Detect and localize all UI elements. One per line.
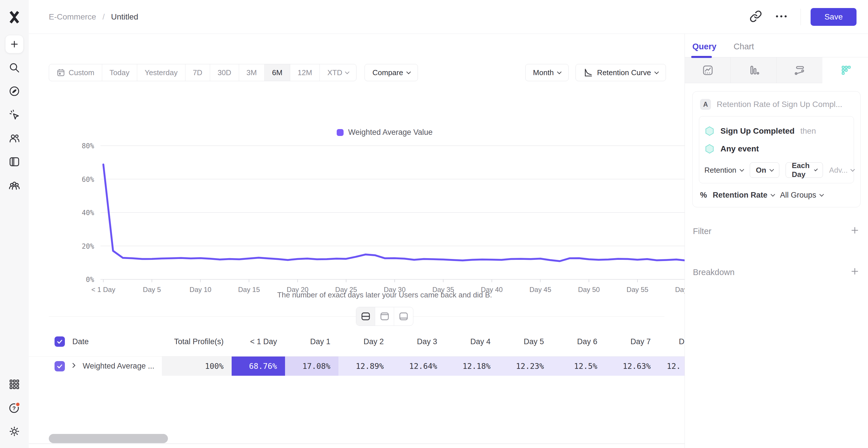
row-checkbox[interactable] <box>55 361 65 371</box>
range-30d[interactable]: 30D <box>210 64 239 81</box>
column-header[interactable]: Day 6 <box>552 337 606 346</box>
chart-caption: The number of exact days later your User… <box>74 290 685 300</box>
range-yesterday[interactable]: Yesterday <box>137 64 185 81</box>
chart-legend[interactable]: Weighted Average Value <box>74 128 685 137</box>
date-column-header[interactable]: Date <box>72 337 89 346</box>
retention-cell[interactable]: 17.08% <box>285 356 338 376</box>
add-filter-button[interactable] <box>850 226 859 237</box>
advanced-dropdown[interactable]: Adv... <box>829 166 855 175</box>
cohorts-icon[interactable] <box>5 176 24 195</box>
metric-dropdown[interactable]: Retention Rate <box>713 191 774 200</box>
granularity-dropdown[interactable]: Month <box>525 64 569 81</box>
select-all-checkbox[interactable] <box>55 337 65 347</box>
report-type-retention[interactable] <box>823 57 868 83</box>
discover-compass-icon[interactable] <box>5 82 24 100</box>
flows-icon <box>793 64 806 77</box>
expand-row-icon[interactable] <box>71 362 77 371</box>
copy-link-icon[interactable] <box>749 10 762 24</box>
column-header[interactable]: Day 5 <box>499 337 552 346</box>
svg-text:40%: 40% <box>82 209 94 217</box>
report-type-flows[interactable] <box>777 57 823 83</box>
range-3m[interactable]: 3M <box>239 64 265 81</box>
filter-label: Filter <box>693 227 711 236</box>
create-new-button[interactable] <box>5 35 24 53</box>
retention-controls-row: Retention On Each Day Adv... <box>704 162 848 178</box>
help-icon[interactable]: ? <box>5 399 24 417</box>
column-header[interactable]: Day 2 <box>338 337 392 346</box>
tab-chart[interactable]: Chart <box>734 42 754 57</box>
layout-chart-only-button[interactable] <box>375 307 394 325</box>
retention-cell[interactable]: 12.64% <box>392 356 445 376</box>
step-a-badge: A <box>700 99 711 110</box>
apps-grid-icon[interactable] <box>5 375 24 393</box>
interval-dropdown[interactable]: Each Day <box>786 162 823 178</box>
returning-event-row[interactable]: Any event <box>704 140 848 158</box>
retention-line-chart[interactable]: 0%20%40%60%80%< 1 DayDay 5Day 10Day 15Da… <box>74 137 685 303</box>
criteria-dropdown[interactable]: Retention <box>704 166 743 175</box>
range-today[interactable]: Today <box>102 64 137 81</box>
save-button[interactable]: Save <box>811 8 857 26</box>
report-type-funnels[interactable] <box>731 57 777 83</box>
more-options-icon[interactable] <box>775 14 788 20</box>
retention-cell[interactable]: 100% <box>162 356 231 376</box>
column-header[interactable]: Day 3 <box>392 337 445 346</box>
range-xtd[interactable]: XTD <box>320 64 356 81</box>
table-header-row: Date Total Profile(s)< 1 DayDay 1Day 2Da… <box>29 332 685 351</box>
column-header[interactable]: Day 7 <box>606 337 659 346</box>
breakdown-section: Breakdown <box>693 267 859 278</box>
query-title[interactable]: Retention Rate of Sign Up Compl... <box>717 100 842 109</box>
mixpanel-logo-icon[interactable] <box>5 8 24 26</box>
query-builder-card: A Retention Rate of Sign Up Compl... Sig… <box>692 91 861 207</box>
left-nav-rail: ? <box>0 0 29 448</box>
on-dropdown[interactable]: On <box>750 162 779 178</box>
settings-gear-icon[interactable] <box>5 422 24 441</box>
then-label: then <box>800 127 816 136</box>
column-header[interactable]: D <box>659 337 685 346</box>
column-header[interactable]: < 1 Day <box>231 337 285 346</box>
report-type-tabs <box>685 57 868 83</box>
event-steps-card: Sign Up Completed then Any event Retenti… <box>699 116 854 183</box>
layout-split-button[interactable] <box>356 307 375 325</box>
range-12m[interactable]: 12M <box>290 64 320 81</box>
query-panel: Query Chart <box>685 34 868 448</box>
retention-cell[interactable]: 12.23% <box>499 356 552 376</box>
events-cursor-icon[interactable] <box>5 106 24 124</box>
first-event-row[interactable]: Sign Up Completed then <box>704 122 848 140</box>
retention-cell[interactable]: 12.5% <box>552 356 606 376</box>
breadcrumb-report-title[interactable]: Untitled <box>111 12 138 22</box>
column-header[interactable]: Total Profile(s) <box>162 337 231 346</box>
search-icon[interactable] <box>5 59 24 77</box>
range-7d[interactable]: 7D <box>185 64 210 81</box>
range-custom[interactable]: Custom <box>49 64 102 81</box>
retention-cell[interactable]: 68.76% <box>231 356 285 376</box>
retention-cell[interactable]: 12. <box>659 356 685 376</box>
retention-cell[interactable]: 12.89% <box>338 356 392 376</box>
calendar-icon <box>57 68 65 77</box>
add-breakdown-button[interactable] <box>850 267 859 278</box>
svg-text:20%: 20% <box>82 242 94 250</box>
groups-dropdown[interactable]: All Groups <box>780 191 823 200</box>
retention-cell[interactable]: 12.63% <box>606 356 659 376</box>
svg-text:80%: 80% <box>82 142 94 150</box>
retention-curve-icon <box>583 68 593 77</box>
column-header[interactable]: Day 4 <box>445 337 499 346</box>
breadcrumb-project[interactable]: E-Commerce <box>49 12 96 22</box>
funnels-icon <box>747 64 761 77</box>
users-icon[interactable] <box>5 129 24 147</box>
first-event-name: Sign Up Completed <box>720 127 795 136</box>
retention-cell[interactable]: 12.18% <box>445 356 499 376</box>
column-header[interactable]: Day 1 <box>285 337 338 346</box>
horizontal-scrollbar[interactable] <box>49 434 168 443</box>
layout-table-only-button[interactable] <box>394 307 413 325</box>
row-label[interactable]: Weighted Average ... <box>83 362 154 371</box>
boards-icon[interactable] <box>5 152 24 171</box>
top-header: E-Commerce / Untitled Save <box>29 0 868 34</box>
chart-type-dropdown[interactable]: Retention Curve <box>576 64 666 81</box>
layout-switch <box>356 307 413 326</box>
tab-query[interactable]: Query <box>692 42 716 57</box>
report-type-insights[interactable] <box>685 57 731 83</box>
table-row: Weighted Average ... 100%68.76%17.08%12.… <box>29 356 685 376</box>
panel-tabs: Query Chart <box>685 34 868 57</box>
range-6m[interactable]: 6M <box>265 64 290 81</box>
compare-button[interactable]: Compare <box>365 64 418 81</box>
